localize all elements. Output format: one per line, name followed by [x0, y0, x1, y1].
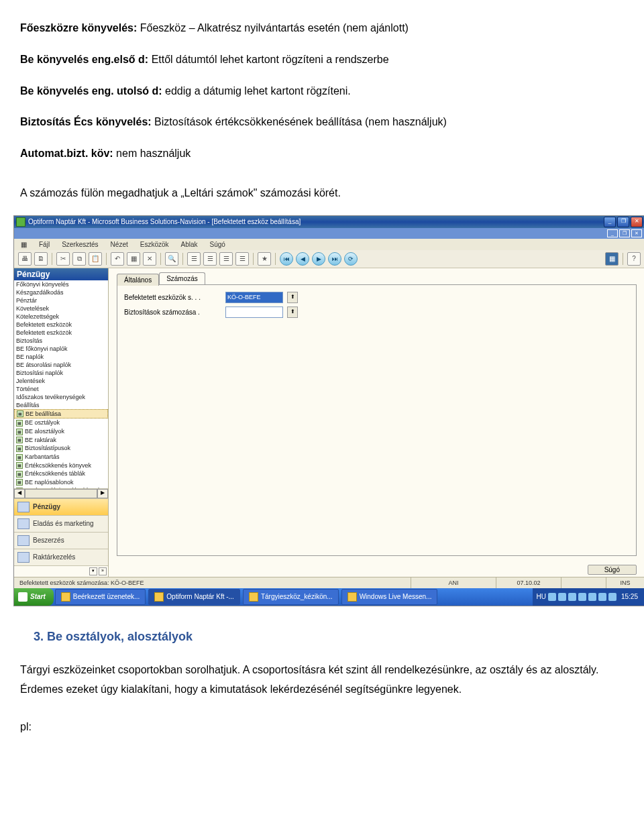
tree-node[interactable]: Befektetett eszközök [14, 321, 108, 329]
tree-leaf[interactable]: ▦Biztosítástípusok [14, 444, 108, 453]
tree-node[interactable]: Befektetett eszközök [14, 329, 108, 337]
tree-leaf[interactable]: ▦Értékcsökkenés könyvek [14, 461, 108, 470]
mdi-minimize-icon[interactable]: _ [607, 229, 618, 237]
scroll-track[interactable] [25, 489, 97, 498]
tree-leaf[interactable]: ▦Értékcsökkenés táblák [14, 469, 108, 478]
tree-node[interactable]: Pénztár [14, 296, 108, 304]
shortcut-icon[interactable]: ★ [258, 252, 271, 266]
sidebar-tree[interactable]: Főkönyvi könyvelés Készgazdálkodás Pénzt… [14, 280, 108, 488]
find-icon[interactable]: 🔍 [165, 252, 178, 266]
assets-numbering-input[interactable]: KÖ-O-BEFE [225, 292, 283, 303]
footer-btn[interactable]: » [99, 567, 107, 575]
tree-leaf[interactable]: ▦BE alosztályok [14, 427, 108, 436]
tree-node[interactable]: Főkönyvi könyvelés [14, 280, 108, 288]
tree-node[interactable]: BE főkönyvi naplók [14, 345, 108, 353]
scroll-right-icon[interactable]: ▶ [97, 489, 108, 498]
list1-icon[interactable]: ☰ [187, 252, 201, 266]
delete-icon[interactable]: ✕ [143, 252, 156, 266]
tray-clock[interactable]: 15:25 [619, 593, 641, 600]
window-list-icon[interactable]: ▦ [605, 252, 619, 266]
preview-icon[interactable]: 🗎 [34, 252, 48, 266]
leaf-icon: ▦ [16, 445, 23, 452]
footer-btn[interactable]: ▾ [89, 567, 97, 575]
sidebar-section-finance[interactable]: Pénzügy [14, 498, 108, 515]
tree-node[interactable]: Készgazdálkodás [14, 288, 108, 296]
tree-node[interactable]: Jelentések [14, 377, 108, 385]
menu-view[interactable]: Nézet [108, 240, 131, 249]
separator [52, 253, 52, 265]
menu-tools[interactable]: Eszközök [138, 240, 172, 249]
sidebar-header: Pénzügy [14, 268, 108, 280]
tab-numbering[interactable]: Számozás [159, 272, 205, 284]
help-button[interactable]: Súgó [588, 565, 637, 575]
tray-icon[interactable] [568, 593, 576, 601]
field-icon[interactable]: ▦ [127, 252, 140, 266]
close-button[interactable]: ✕ [631, 217, 643, 227]
tree-node[interactable]: Biztosítási naplók [14, 369, 108, 377]
tree-leaf[interactable]: ▦BE naplósablonok [14, 478, 108, 487]
taskbar-task[interactable]: Beérkezett üzenetek... [55, 589, 146, 605]
tree-leaf[interactable]: ▦Karbantartás [14, 453, 108, 461]
prev-icon[interactable]: ◀ [296, 252, 309, 266]
p2-rest: Ettől dátumtól lehet kartont rögzíteni a… [148, 54, 388, 65]
maximize-button[interactable]: ❐ [617, 217, 629, 227]
tree-node[interactable]: Történet [14, 385, 108, 393]
minimize-button[interactable]: _ [604, 217, 616, 227]
tree-leaf-selected[interactable]: ▦BE beállítása [14, 409, 108, 419]
tree-leaf[interactable]: ▦BE raktárak [14, 436, 108, 445]
undo-icon[interactable]: ↶ [111, 252, 124, 266]
tree-node[interactable]: Követelések [14, 304, 108, 313]
scroll-left-icon[interactable]: ◀ [14, 489, 25, 498]
first-icon[interactable]: ⏮ [280, 252, 293, 266]
lookup-button[interactable]: ⬆ [287, 292, 298, 303]
system-tray[interactable]: HU 15:25 [533, 588, 644, 606]
sidebar-section-sales[interactable]: Eladás és marketing [14, 515, 108, 532]
tree-node[interactable]: Kötelezettségek [14, 313, 108, 321]
start-button[interactable]: Start [14, 588, 54, 606]
tree-node[interactable]: Beállítás [14, 401, 108, 409]
taskbar-task[interactable]: Windows Live Messen... [341, 589, 438, 605]
task-icon [347, 592, 357, 602]
taskbar-task-active[interactable]: Optiform Naptár Kft -... [148, 589, 240, 605]
next-icon[interactable]: ▶ [312, 252, 325, 266]
menu-edit[interactable]: Szerkesztés [59, 240, 101, 249]
copy-icon[interactable]: ⧉ [72, 252, 86, 266]
tree-node[interactable]: Időszakos tevékenységek [14, 393, 108, 401]
taskbar-task[interactable]: Tárgyieszköz_kézikön... [243, 589, 339, 605]
sidebar-hscroll[interactable]: ◀ ▶ [14, 488, 108, 498]
tray-icon[interactable] [578, 593, 586, 601]
cut-icon[interactable]: ✂ [56, 252, 70, 266]
tray-icon[interactable] [598, 593, 606, 601]
help-icon[interactable]: ? [627, 252, 641, 266]
list4-icon[interactable]: ☰ [235, 252, 249, 266]
list3-icon[interactable]: ☰ [219, 252, 233, 266]
refresh-icon[interactable]: ⟳ [344, 252, 358, 266]
last-icon[interactable]: ⏭ [328, 252, 341, 266]
menu-help[interactable]: Súgó [207, 240, 228, 249]
paste-icon[interactable]: 📋 [89, 252, 102, 266]
mdi-restore-icon[interactable]: ❐ [619, 229, 630, 237]
tree-leaf[interactable]: ▦BE osztályok [14, 419, 108, 427]
sidebar-section-purchase[interactable]: Beszerzés [14, 532, 108, 549]
window-titlebar[interactable]: Optiform Naptár Kft - Microsoft Business… [14, 216, 644, 228]
menu-file[interactable]: Fájl [36, 240, 52, 249]
tab-general[interactable]: Általános [117, 274, 159, 286]
tree-node[interactable]: BE átsorolási naplók [14, 361, 108, 369]
tray-icon[interactable] [608, 593, 616, 601]
tree-node[interactable]: BE naplók [14, 353, 108, 361]
insurance-numbering-input[interactable] [225, 307, 283, 318]
tray-lang[interactable]: HU [537, 593, 546, 600]
lookup-button[interactable]: ⬆ [287, 307, 298, 318]
tree-node[interactable]: Biztosítás [14, 337, 108, 345]
tray-icon[interactable] [548, 593, 556, 601]
print-icon[interactable]: 🖶 [18, 252, 32, 266]
mdi-close-icon[interactable]: ✕ [631, 229, 642, 237]
p2-bold: Be könyvelés eng.első d: [20, 54, 148, 65]
tray-icon[interactable] [558, 593, 566, 601]
menu-icon[interactable]: ▦ [18, 240, 30, 249]
status-bar: Befektetett eszközök számozása: KÖ-O-BEF… [14, 577, 644, 588]
menu-window[interactable]: Ablak [178, 240, 201, 249]
tray-icon[interactable] [588, 593, 596, 601]
list2-icon[interactable]: ☰ [203, 252, 217, 266]
sidebar-section-warehouse[interactable]: Raktárkezelés [14, 549, 108, 565]
